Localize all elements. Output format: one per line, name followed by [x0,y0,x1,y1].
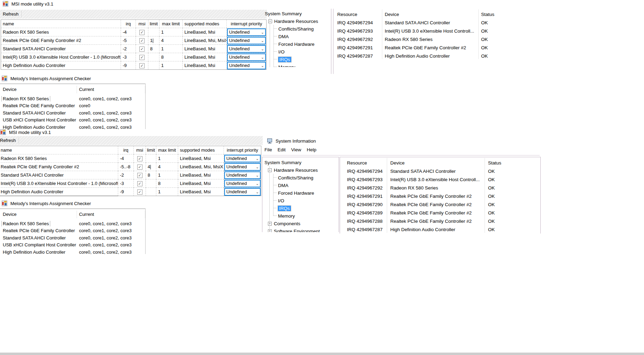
list-item[interactable]: Realtek PCIe GbE Family Controller core0… [0,227,145,235]
msi-checkbox[interactable]: ✓ [137,189,142,195]
col-header-interrupt-priority[interactable]: interrupt priority [224,146,261,154]
col-header-max-limit[interactable]: max limit [156,146,178,154]
table-row[interactable]: Standard SATA AHCI Controller -2 ✓ 8 1 L… [1,45,267,53]
limit-cell[interactable] [148,53,159,61]
limit-cell[interactable]: 4 [146,163,156,171]
list-item[interactable]: Radeon RX 580 Series core0, core1, core2… [0,220,145,227]
menu-view[interactable]: View [288,146,304,153]
tree-item[interactable]: I/O [263,48,330,56]
interrupt-priority-select[interactable]: Undefined⌄ [227,53,266,61]
tree-item[interactable]: Memory [263,63,330,67]
table-row[interactable]: IRQ 4294967287 High Definition Audio Con… [340,225,540,234]
table-row[interactable]: Intel(R) USB 3.0 eXtensible Host Control… [1,53,267,61]
msi-checkbox[interactable]: ✓ [137,164,142,170]
table-row[interactable]: IRQ 4294967288 Realtek PCIe GbE Family C… [340,217,540,225]
tree-item[interactable]: System Summary [263,10,330,17]
tree-item[interactable]: DMA [263,33,330,40]
table-row[interactable]: IRQ 4294967294 Standard SATA AHCI Contro… [340,167,540,175]
pane-separator[interactable] [331,9,333,74]
table-row[interactable]: Standard SATA AHCI Controller -2 ✓ 8 1 L… [0,171,261,179]
col-header-current[interactable]: Current [77,211,145,218]
col-header-supported-modes[interactable]: supported modes [183,20,227,28]
refresh-tab[interactable]: Refresh [0,138,16,143]
tree-item[interactable]: IRQs [262,204,339,212]
col-header-device[interactable]: Device [0,86,77,93]
col-header-msi[interactable]: msi [134,146,146,154]
list-item[interactable]: High Definition Audio Controller core0, … [0,248,145,256]
interrupt-priority-select[interactable]: Undefined⌄ [227,45,266,53]
menu-edit[interactable]: Edit [275,146,288,153]
tree-item[interactable]: Forced Hardware [263,40,330,48]
limit-cell[interactable] [148,61,159,70]
tree-item[interactable]: Conflicts/Sharing [263,25,330,33]
interrupt-priority-select[interactable]: Undefined⌄ [227,37,266,44]
table-row[interactable]: Intel(R) USB 3.0 eXtensible Host Control… [0,179,261,188]
tree-item[interactable]: Conflicts/Sharing [262,174,339,181]
tree-item[interactable]: IRQs [263,56,330,63]
msi-checkbox[interactable]: ✓ [139,55,145,60]
interrupt-priority-select[interactable]: Undefined⌄ [224,155,261,162]
table-row[interactable]: Realtek PCIe GbE Family Controller #2 -5… [0,163,261,171]
msi-checkbox[interactable]: ✓ [139,38,145,43]
tree-item[interactable]: I/O [262,197,339,204]
msi-checkbox[interactable]: ✓ [139,63,145,68]
col-header-max-limit[interactable]: max limit [159,20,183,28]
menu-file[interactable]: File [262,146,275,153]
tree-item[interactable]: Memory [262,212,339,220]
interrupt-priority-select[interactable]: Undefined⌄ [224,163,261,171]
interrupt-priority-select[interactable]: Undefined⌄ [227,62,266,69]
tree-item[interactable]: + Components [262,220,339,227]
list-item[interactable]: Standard SATA AHCI Controller core0, cor… [0,109,145,117]
limit-cell[interactable]: 1 [148,36,159,45]
limit-cell[interactable] [148,28,159,36]
menu-help[interactable]: Help [304,146,319,153]
col-header-status[interactable]: Status [481,12,644,17]
col-header-supported-modes[interactable]: supported modes [178,146,224,154]
tree-item[interactable]: + Software Environment [262,227,339,232]
table-row[interactable]: IRQ 4294967293 Intel(R) USB 3.0 eXtensib… [340,175,540,184]
col-header-limit[interactable]: limit [146,146,156,154]
table-row[interactable]: IRQ 4294967290 Realtek PCIe GbE Family C… [340,200,540,209]
table-row[interactable]: Realtek PCIe GbE Family Controller #2 -5… [1,36,267,45]
tree-item[interactable]: Forced Hardware [262,189,339,197]
table-row[interactable]: IRQ 4294967291 Realtek PCIe GbE Family C… [340,192,540,200]
table-row[interactable]: High Definition Audio Controller -9 ✓ 1 … [0,188,261,196]
list-item[interactable]: USB xHCI Compliant Host Controller core0… [0,242,145,249]
table-row[interactable]: Radeon RX 580 Series -4 ✓ 1 LineBased, M… [0,154,261,163]
table-row[interactable]: High Definition Audio Controller -9 ✓ 1 … [1,61,267,70]
interrupt-priority-select[interactable]: Undefined⌄ [224,180,261,187]
limit-cell[interactable]: 8 [148,45,159,53]
interrupt-priority-select[interactable]: Undefined⌄ [224,188,261,196]
refresh-tab[interactable]: Refresh [3,11,19,17]
col-header-device[interactable]: Device [390,160,488,166]
tree-item[interactable]: − Hardware Resources [263,17,330,25]
col-header-irq[interactable]: irq [121,20,136,28]
limit-cell[interactable] [146,188,156,196]
msi-checkbox[interactable]: ✓ [137,173,142,178]
interrupt-priority-select[interactable]: Undefined⌄ [224,171,261,179]
table-row[interactable]: IRQ 4294967292 Radeon RX 580 Series OK [340,184,540,192]
msi-checkbox[interactable]: ✓ [139,30,145,35]
col-header-name[interactable]: name [0,146,118,154]
col-header-msi[interactable]: msi [136,20,148,28]
col-header-current[interactable]: Current [77,86,145,93]
col-header-device[interactable]: Device [385,12,481,17]
list-item[interactable]: Radeon RX 580 Series core0, core1, core2… [0,95,145,102]
list-item[interactable]: USB xHCI Compliant Host Controller core0… [0,117,145,124]
tree-item[interactable]: − Hardware Resources [262,166,339,174]
col-header-status[interactable]: Status [488,160,540,166]
msi-checkbox[interactable]: ✓ [137,181,142,186]
interrupt-priority-select[interactable]: Undefined⌄ [227,28,266,36]
limit-cell[interactable]: 8 [146,171,156,179]
table-row[interactable]: Radeon RX 580 Series -4 ✓ 1 LineBased, M… [1,28,267,36]
col-header-resource[interactable]: Resource [347,160,390,166]
msi-checkbox[interactable]: ✓ [139,47,145,52]
table-row[interactable]: IRQ 4294967289 Realtek PCIe GbE Family C… [340,209,540,217]
list-item[interactable]: Standard SATA AHCI Controller core0, cor… [0,234,145,242]
tree-item[interactable]: System Summary [262,159,339,166]
col-header-name[interactable]: name [1,20,121,28]
msi-checkbox[interactable]: ✓ [137,156,142,161]
limit-cell[interactable] [146,179,156,188]
col-header-resource[interactable]: Resource [337,12,385,17]
col-header-device[interactable]: Device [0,211,77,218]
